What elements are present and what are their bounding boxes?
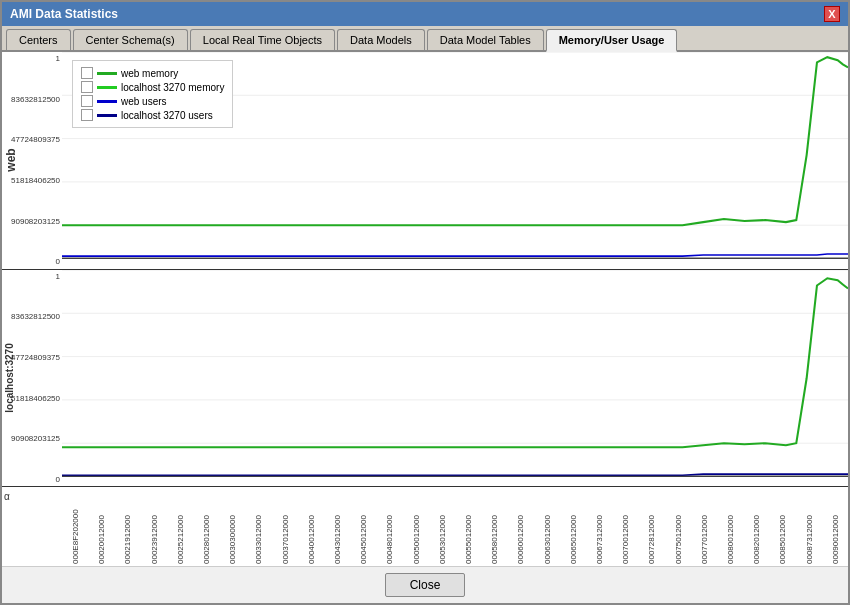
x-label-2: 00021912000 [114,489,140,564]
x-label-19: 00065012000 [560,489,586,564]
y-tick-web-1: 1 [56,54,60,63]
x-label-20: 00067312000 [586,489,612,564]
legend-checkbox-web-memory[interactable] [81,67,93,79]
legend-checkbox-web-users[interactable] [81,95,93,107]
chart-legend: web memory localhost 3270 memory web use… [72,60,233,128]
legend-item-localhost-memory: localhost 3270 memory [81,81,224,93]
tab-data-models[interactable]: Data Models [337,29,425,50]
chart-container: web memory localhost 3270 memory web use… [2,52,848,486]
tab-center-schemas[interactable]: Center Schema(s) [73,29,188,50]
legend-line-web-memory [97,72,117,75]
title-bar: AMI Data Statistics X [2,2,848,26]
y-axis-web: 1 83632812500 47724809375 51818406250 90… [17,52,62,269]
x-label-11: 00045012000 [350,489,376,564]
x-label-12: 00048012000 [376,489,402,564]
y-tick-lh-1: 1 [56,272,60,281]
legend-item-web-memory: web memory [81,67,224,79]
y-tick-web-4: 51818406250 [11,176,60,185]
tab-centers[interactable]: Centers [6,29,71,50]
y-tick-web-5: 90908203125 [11,217,60,226]
legend-line-localhost-memory [97,86,117,89]
legend-checkbox-localhost-users[interactable] [81,109,93,121]
tab-bar: Centers Center Schema(s) Local Real Time… [2,26,848,52]
x-axis-alpha-label: α [2,487,62,566]
close-icon[interactable]: X [824,6,840,22]
x-axis-area: α 000E8F202000 00020012000 00021912000 0… [2,486,848,566]
x-label-9: 00040012000 [298,489,324,564]
x-axis-labels: 000E8F202000 00020012000 00021912000 000… [62,487,848,566]
chart-inner-localhost [62,270,848,487]
tab-data-model-tables[interactable]: Data Model Tables [427,29,544,50]
x-label-10: 00043012000 [324,489,350,564]
x-label-3: 00023912000 [141,489,167,564]
x-label-21: 00070012000 [612,489,638,564]
tab-local-real-time[interactable]: Local Real Time Objects [190,29,335,50]
y-tick-lh-5: 90908203125 [11,434,60,443]
x-label-25: 00080012000 [717,489,743,564]
x-label-1: 00020012000 [88,489,114,564]
x-label-24: 00077012000 [691,489,717,564]
legend-line-web-users [97,100,117,103]
chart-panel-web: web memory localhost 3270 memory web use… [2,52,848,270]
x-label-28: 00087312000 [796,489,822,564]
y-tick-web-3: 47724809375 [11,135,60,144]
y-axis-label-web: web [4,149,18,172]
window-title: AMI Data Statistics [10,7,118,21]
charts-main: web memory localhost 3270 memory web use… [2,52,848,486]
x-label-29: 00090012000 [822,489,848,564]
close-button[interactable]: Close [385,573,466,597]
legend-line-localhost-users [97,114,117,117]
x-label-18: 00063012000 [534,489,560,564]
y-tick-lh-6: 0 [56,475,60,484]
y-axis-label-localhost: localhost:3270 [4,343,15,412]
x-label-23: 00075012000 [665,489,691,564]
legend-item-localhost-users: localhost 3270 users [81,109,224,121]
legend-label-web-memory: web memory [121,68,178,79]
chart-panel-localhost: 1 83632812500 47724809375 51818406250 90… [2,270,848,487]
y-tick-web-2: 83632812500 [11,95,60,104]
alpha-label: α [4,491,10,502]
y-axis-localhost: 1 83632812500 47724809375 51818406250 90… [17,270,62,487]
x-label-17: 00060012000 [507,489,533,564]
content-area: web memory localhost 3270 memory web use… [2,52,848,603]
x-label-13: 00050012000 [403,489,429,564]
x-label-27: 00085012000 [769,489,795,564]
x-label-8: 00037012000 [272,489,298,564]
x-label-22: 00072812000 [638,489,664,564]
x-label-4: 00025212000 [167,489,193,564]
y-tick-lh-3: 47724809375 [11,353,60,362]
x-label-5: 00028012000 [193,489,219,564]
x-label-7: 00033012000 [245,489,271,564]
legend-label-localhost-memory: localhost 3270 memory [121,82,224,93]
x-label-14: 00053012000 [429,489,455,564]
x-label-6: 00030300000 [219,489,245,564]
x-label-15: 00055012000 [455,489,481,564]
y-tick-web-6: 0 [56,257,60,266]
x-label-16: 00058012000 [481,489,507,564]
legend-label-localhost-users: localhost 3270 users [121,110,213,121]
legend-label-web-users: web users [121,96,167,107]
x-label-0: 000E8F202000 [62,489,88,564]
legend-item-web-users: web users [81,95,224,107]
y-tick-lh-4: 51818406250 [11,394,60,403]
bottom-bar: Close [2,566,848,603]
y-tick-lh-2: 83632812500 [11,312,60,321]
chart-svg-localhost [62,270,848,487]
legend-checkbox-localhost-memory[interactable] [81,81,93,93]
x-label-26: 00082012000 [743,489,769,564]
main-window: AMI Data Statistics X Centers Center Sch… [0,0,850,605]
tab-memory-user-usage[interactable]: Memory/User Usage [546,29,678,52]
